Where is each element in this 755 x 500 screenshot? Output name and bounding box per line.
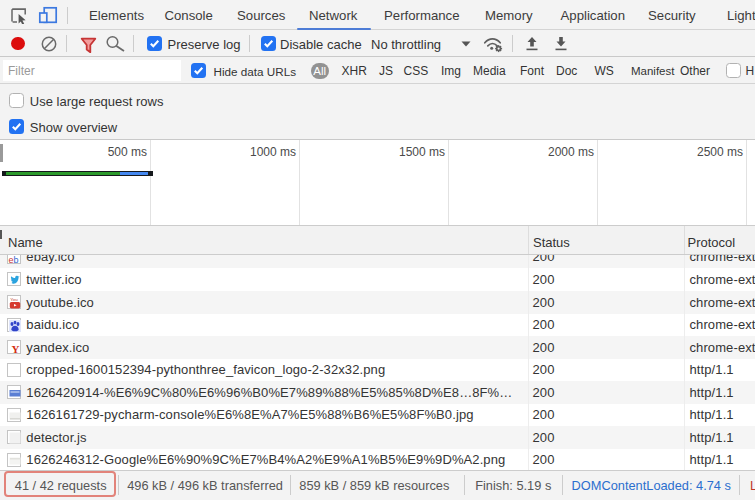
svg-text:Y: Y: [11, 343, 19, 355]
svg-text:You: You: [10, 297, 18, 302]
svg-text:b: b: [14, 255, 19, 265]
